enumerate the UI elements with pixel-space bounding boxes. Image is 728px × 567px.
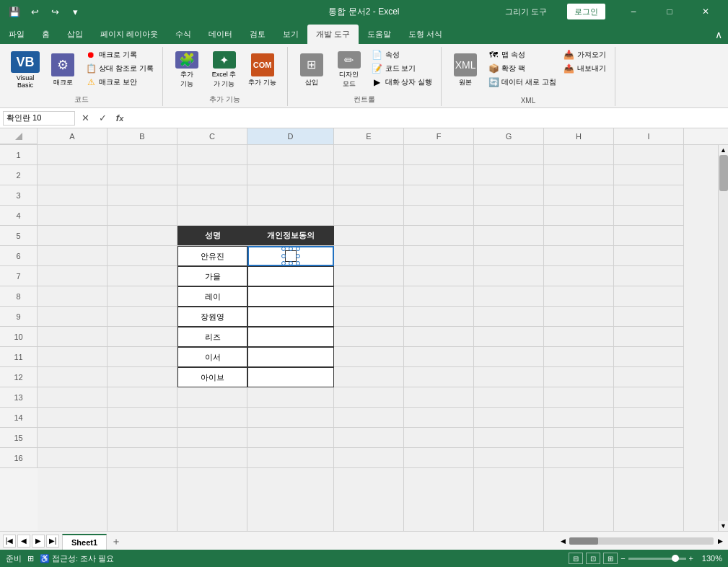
cell-A15[interactable]	[38, 428, 108, 448]
cell-reference-box[interactable]: 확인란 10	[3, 111, 75, 126]
cell-I6[interactable]	[614, 246, 684, 266]
cell-F7[interactable]	[404, 266, 474, 286]
cell-I8[interactable]	[614, 286, 684, 307]
row-header-4[interactable]: 4	[0, 206, 38, 226]
cell-E12[interactable]	[334, 367, 404, 387]
cell-B12[interactable]	[108, 367, 177, 387]
cell-G5[interactable]	[474, 226, 544, 246]
cell-E2[interactable]	[334, 165, 404, 185]
cell-F8[interactable]	[404, 286, 474, 307]
cell-A14[interactable]	[38, 408, 108, 428]
row-header-9[interactable]: 9	[0, 307, 38, 327]
cell-D1[interactable]	[247, 145, 334, 165]
cell-A7[interactable]	[38, 266, 108, 286]
row-header-7[interactable]: 7	[0, 266, 38, 286]
cell-B11[interactable]	[108, 347, 177, 367]
h-scroll-left[interactable]: ◀	[558, 536, 568, 546]
row-header-1[interactable]: 1	[0, 145, 38, 165]
import-button[interactable]: 📥 가져오기	[561, 48, 609, 61]
cell-C9[interactable]: 장원영	[177, 307, 247, 327]
cancel-formula-button[interactable]: ✕	[78, 111, 92, 126]
tab-data[interactable]: 데이터	[200, 25, 241, 44]
cell-D9[interactable]	[247, 307, 334, 327]
cell-A3[interactable]	[38, 185, 108, 206]
cell-C16[interactable]	[177, 448, 247, 468]
cell-D6[interactable]	[247, 246, 334, 266]
cell-F9[interactable]	[404, 307, 474, 327]
macro-security-button[interactable]: ⚠ 매크로 보안	[82, 76, 157, 89]
cell-I13[interactable]	[614, 387, 684, 408]
record-macro-button[interactable]: ⏺ 매크로 기록	[82, 48, 157, 61]
sheet-last-btn[interactable]: ▶|	[46, 535, 59, 548]
cell-G7[interactable]	[474, 266, 544, 286]
cell-I10[interactable]	[614, 327, 684, 347]
cell-C3[interactable]	[177, 185, 247, 206]
cell-G10[interactable]	[474, 327, 544, 347]
cell-F3[interactable]	[404, 185, 474, 206]
expansion-pack-button[interactable]: 📦 확장 팩	[485, 62, 559, 75]
cell-B3[interactable]	[108, 185, 177, 206]
cell-H5[interactable]	[544, 226, 614, 246]
cell-H12[interactable]	[544, 367, 614, 387]
cell-E7[interactable]	[334, 266, 404, 286]
cell-E16[interactable]	[334, 448, 404, 468]
cell-H4[interactable]	[544, 206, 614, 226]
source-button[interactable]: XML 원본	[447, 48, 483, 92]
cell-G1[interactable]	[474, 145, 544, 165]
cell-G12[interactable]	[474, 367, 544, 387]
cell-E9[interactable]	[334, 307, 404, 327]
cell-H1[interactable]	[544, 145, 614, 165]
cell-F6[interactable]	[404, 246, 474, 266]
col-header-F[interactable]: F	[404, 128, 474, 144]
addins-button[interactable]: 🧩 추가기능	[169, 48, 205, 92]
insert-function-button[interactable]: fx	[113, 111, 127, 126]
cell-H9[interactable]	[544, 307, 614, 327]
cell-I15[interactable]	[614, 428, 684, 448]
map-properties-button[interactable]: 🗺 맵 속성	[485, 48, 559, 61]
relative-ref-button[interactable]: 📋 상대 참조로 기록	[82, 62, 157, 75]
row-header-13[interactable]: 13	[0, 387, 38, 408]
cell-A1[interactable]	[38, 145, 108, 165]
zoom-level[interactable]: 130%	[696, 554, 722, 563]
cell-H14[interactable]	[544, 408, 614, 428]
zoom-in-icon[interactable]: +	[689, 554, 693, 563]
scroll-up-arrow[interactable]: ▲	[719, 145, 729, 155]
save-qat-button[interactable]: 💾	[6, 3, 23, 20]
cell-G14[interactable]	[474, 408, 544, 428]
ribbon-collapse-icon[interactable]: ∧	[715, 25, 728, 44]
cell-C4[interactable]	[177, 206, 247, 226]
cell-D7[interactable]	[247, 266, 334, 286]
cell-B7[interactable]	[108, 266, 177, 286]
cell-F5[interactable]	[404, 226, 474, 246]
close-button[interactable]: ✕	[689, 0, 722, 23]
cell-I9[interactable]	[614, 307, 684, 327]
sheet-next-btn[interactable]: ▶	[32, 535, 45, 548]
cell-D14[interactable]	[247, 408, 334, 428]
cell-D10[interactable]	[247, 327, 334, 347]
add-sheet-button[interactable]: ＋	[108, 534, 124, 550]
cell-E13[interactable]	[334, 387, 404, 408]
col-header-A[interactable]: A	[38, 128, 108, 144]
cell-F10[interactable]	[404, 327, 474, 347]
cell-H2[interactable]	[544, 165, 614, 185]
cell-C8[interactable]: 레이	[177, 286, 247, 307]
page-layout-view-button[interactable]: ⊡	[586, 553, 600, 564]
cell-D13[interactable]	[247, 387, 334, 408]
col-header-G[interactable]: G	[474, 128, 544, 144]
cell-H8[interactable]	[544, 286, 614, 307]
cell-B5[interactable]	[108, 226, 177, 246]
cell-B2[interactable]	[108, 165, 177, 185]
cell-A2[interactable]	[38, 165, 108, 185]
cell-E3[interactable]	[334, 185, 404, 206]
cell-H7[interactable]	[544, 266, 614, 286]
undo-qat-button[interactable]: ↩	[26, 3, 43, 20]
cell-A5[interactable]	[38, 226, 108, 246]
cell-C2[interactable]	[177, 165, 247, 185]
cell-D8[interactable]	[247, 286, 334, 307]
cell-B6[interactable]	[108, 246, 177, 266]
cell-I4[interactable]	[614, 206, 684, 226]
page-break-view-button[interactable]: ⊞	[603, 553, 618, 564]
cell-D4[interactable]	[247, 206, 334, 226]
cell-C10[interactable]: 리즈	[177, 327, 247, 347]
cell-E6[interactable]	[334, 246, 404, 266]
